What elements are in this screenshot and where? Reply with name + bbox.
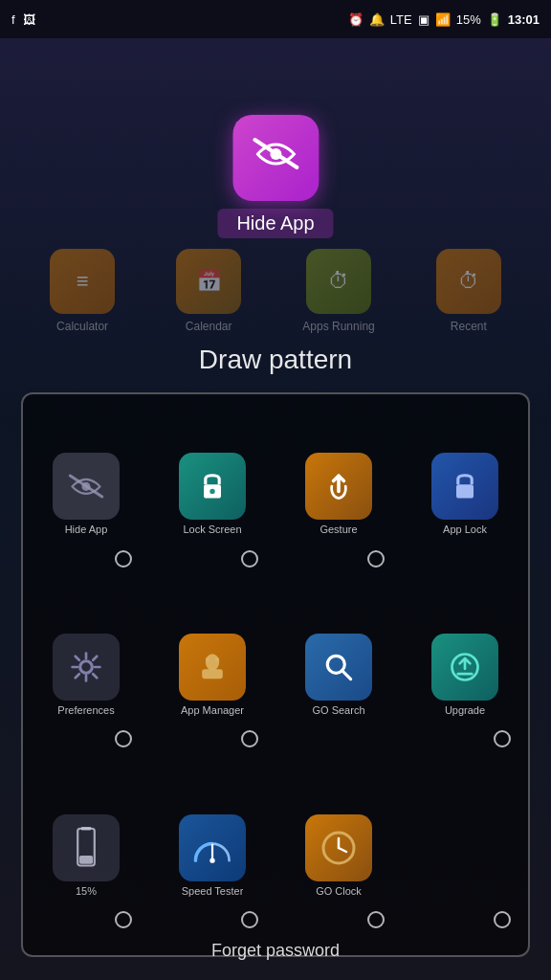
recent-label: Recent	[451, 320, 487, 333]
grid-gesture[interactable]: Gesture	[276, 404, 402, 585]
go-clock-grid-icon	[305, 814, 372, 881]
status-right-info: ⏰ 🔔 LTE ▣ 📶 15% 🔋 13:01	[348, 12, 540, 27]
signal-icon: 📶	[435, 12, 451, 27]
go-search-grid-label: GO Search	[312, 704, 364, 716]
pattern-overlay[interactable]: Hide App Lock Screen	[21, 392, 530, 957]
app-manager-grid-label: App Manager	[181, 704, 244, 716]
hide-app-popup[interactable]: Hide App	[217, 115, 333, 238]
grid-go-clock[interactable]: GO Clock	[276, 765, 402, 946]
svg-point-6	[206, 654, 219, 670]
preferences-grid-label: Preferences	[57, 704, 114, 716]
go-search-grid-icon	[305, 634, 372, 701]
volume-icon: 🔔	[369, 12, 385, 27]
svg-rect-9	[202, 669, 223, 679]
hide-app-grid-icon	[53, 453, 120, 520]
calculator-label: Calculator	[56, 320, 108, 333]
time-label: 13:01	[508, 12, 540, 27]
forget-password[interactable]: Forget password	[0, 941, 551, 961]
calendar-label: Calendar	[186, 320, 232, 333]
battery-icon: 🔋	[487, 12, 502, 27]
grid-go-search[interactable]: GO Search	[276, 585, 402, 766]
forget-password-label[interactable]: Forget password	[211, 941, 340, 960]
apps-running-icon: ⏱	[306, 249, 371, 314]
svg-point-1	[81, 482, 90, 491]
svg-point-5	[80, 661, 93, 674]
eye-slash-icon	[252, 137, 299, 179]
speed-tester-grid-icon	[179, 814, 246, 881]
preferences-grid-icon	[53, 634, 120, 701]
grid-speed-tester[interactable]: Speed Tester	[149, 765, 276, 946]
pattern-dot-2	[367, 550, 385, 568]
svg-point-17	[209, 858, 214, 862]
app-lock-grid-icon	[431, 453, 498, 520]
svg-point-3	[209, 489, 214, 494]
speed-tester-grid-label: Speed Tester	[182, 885, 244, 897]
svg-line-20	[339, 848, 346, 852]
image-icon: 🖼	[23, 12, 35, 27]
pattern-dot-1	[241, 550, 258, 568]
upgrade-grid-label: Upgrade	[445, 704, 485, 716]
grid-app-manager[interactable]: App Manager	[149, 585, 276, 766]
grid-preferences[interactable]: Preferences	[23, 585, 149, 766]
pattern-dot-4	[115, 730, 132, 747]
sim-icon: ▣	[418, 12, 430, 27]
hide-app-popup-label: Hide App	[217, 209, 333, 238]
hide-app-icon	[232, 115, 319, 201]
calendar-icon: 📅	[176, 249, 241, 314]
apps-running-label: Apps Running	[302, 320, 374, 333]
lte-label: LTE	[390, 12, 412, 27]
app-lock-grid-label: App Lock	[443, 523, 487, 535]
pattern-dot-5	[241, 730, 258, 747]
15pct-grid-icon	[53, 814, 120, 881]
battery-label: 15%	[456, 12, 481, 27]
draw-pattern-title: Draw pattern	[0, 345, 551, 375]
status-left-icons: f 🖼	[11, 12, 35, 27]
grid-empty	[402, 765, 528, 946]
upgrade-grid-icon	[431, 634, 498, 701]
grid-hide-app[interactable]: Hide App	[23, 404, 149, 585]
pattern-dot-10	[367, 911, 385, 928]
hide-app-grid-label: Hide App	[65, 523, 108, 535]
background-area: Tools ≡ Calculator 📅 Calendar ⏱ Apps Run…	[0, 38, 551, 980]
status-bar: f 🖼 ⏰ 🔔 LTE ▣ 📶 15% 🔋 13:01	[0, 0, 551, 38]
svg-line-11	[342, 671, 351, 679]
svg-rect-15	[79, 856, 93, 864]
pattern-dot-7	[494, 730, 511, 747]
go-clock-grid-label: GO Clock	[316, 885, 362, 897]
gesture-grid-label: Gesture	[320, 523, 357, 535]
svg-point-8	[215, 657, 219, 661]
svg-rect-14	[81, 827, 92, 831]
grid-upgrade[interactable]: Upgrade	[402, 585, 528, 766]
pattern-dot-8	[115, 911, 132, 928]
svg-rect-4	[456, 485, 474, 499]
alarm-icon: ⏰	[348, 12, 364, 27]
bg-app-calculator: ≡ Calculator	[50, 249, 115, 333]
bg-app-calendar: 📅 Calendar	[176, 249, 241, 333]
pattern-dot-0	[115, 550, 132, 568]
lock-screen-grid-label: Lock Screen	[183, 523, 241, 535]
pattern-dot-11	[494, 911, 511, 928]
fb-icon: f	[11, 12, 15, 27]
svg-point-0	[270, 148, 281, 160]
bg-app-apps-running: ⏱ Apps Running	[302, 249, 374, 333]
app-manager-grid-icon	[179, 634, 246, 701]
grid-lock-screen[interactable]: Lock Screen	[149, 404, 276, 585]
gesture-grid-icon	[305, 453, 372, 520]
calculator-icon: ≡	[50, 249, 115, 314]
bg-app-recent: ⏱ Recent	[436, 249, 501, 333]
lock-screen-grid-icon	[179, 453, 246, 520]
apps-grid: Hide App Lock Screen	[23, 394, 528, 955]
grid-app-lock[interactable]: App Lock	[402, 404, 528, 585]
grid-15pct[interactable]: 15%	[23, 765, 149, 946]
bg-app-row: ≡ Calculator 📅 Calendar ⏱ Apps Running ⏱…	[0, 249, 551, 333]
svg-point-7	[206, 657, 209, 661]
15pct-grid-label: 15%	[76, 885, 97, 897]
pattern-dot-9	[241, 911, 258, 928]
recent-icon: ⏱	[436, 249, 501, 314]
